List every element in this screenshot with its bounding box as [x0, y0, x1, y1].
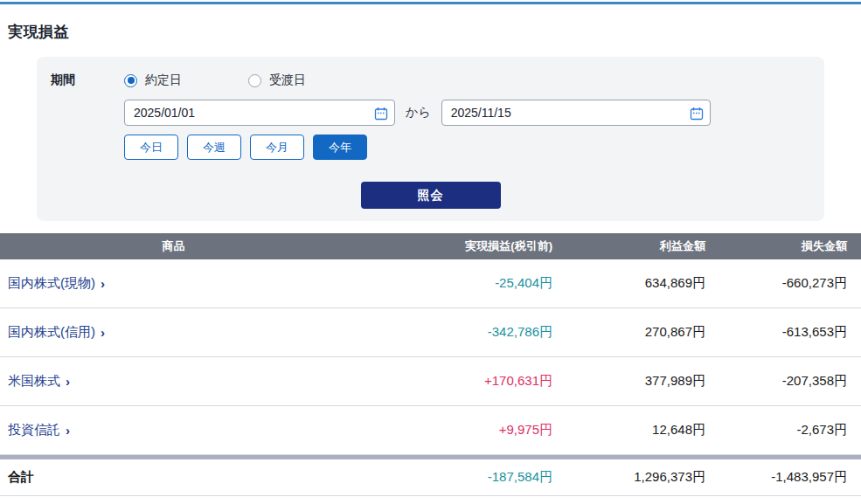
chevron-right-icon: ›: [101, 325, 105, 340]
realized-pl-value: -25,404円: [339, 275, 559, 292]
total-label: 合計: [0, 469, 339, 486]
profit-value: 12,648円: [559, 422, 712, 438]
top-accent-line: [0, 2, 861, 4]
total-profit-value: 1,296,373円: [559, 469, 712, 486]
query-button[interactable]: 照会: [361, 182, 501, 209]
page-title: 実現損益: [8, 22, 861, 42]
realized-pl-value: +9,975円: [339, 422, 559, 438]
period-row: 期間 約定日 受渡日: [51, 72, 810, 88]
realized-pl-value: +170,631円: [339, 373, 559, 390]
header-realized-pl: 実現損益(税引前): [339, 238, 559, 254]
product-link[interactable]: 国内株式(信用)›: [8, 324, 105, 341]
total-realized-pl-value: -187,584円: [339, 469, 559, 486]
table-row: 国内株式(信用)› -342,786円 270,867円 -613,653円: [0, 308, 861, 357]
radio-settlement-date-label: 受渡日: [269, 72, 306, 88]
table-total-row: 合計 -187,584円 1,296,373円 -1,483,957円: [0, 455, 861, 496]
loss-value: -2,673円: [712, 422, 854, 438]
total-loss-value: -1,483,957円: [712, 469, 854, 486]
realized-pl-value: -342,786円: [339, 324, 559, 341]
range-separator: から: [406, 105, 431, 121]
table-header: 商品 実現損益(税引前) 利益金額 損失金額: [0, 233, 861, 259]
product-link[interactable]: 国内株式(現物)›: [8, 275, 105, 292]
profit-value: 377,989円: [559, 373, 712, 390]
quick-week-button[interactable]: 今週: [187, 135, 241, 160]
loss-value: -207,358円: [712, 373, 854, 390]
period-label: 期間: [51, 72, 124, 88]
date-range-row: から: [51, 100, 810, 126]
header-product: 商品: [0, 238, 339, 254]
calendar-icon[interactable]: [690, 107, 704, 121]
quick-today-button[interactable]: 今日: [124, 135, 178, 160]
header-loss: 損失金額: [712, 238, 854, 254]
quick-year-button[interactable]: 今年: [313, 135, 367, 160]
date-from-input[interactable]: [125, 106, 394, 120]
radio-selected-icon: [124, 74, 137, 87]
radio-settlement-date[interactable]: 受渡日: [248, 72, 306, 88]
loss-value: -660,273円: [712, 275, 854, 292]
product-link[interactable]: 米国株式›: [8, 373, 70, 390]
radio-unselected-icon: [248, 74, 261, 87]
profit-value: 634,869円: [559, 275, 712, 292]
chevron-right-icon: ›: [66, 423, 70, 438]
date-to-field[interactable]: [441, 100, 711, 126]
table-row: 投資信託› +9,975円 12,648円 -2,673円: [0, 406, 861, 455]
quick-range-row: 今日 今週 今月 今年: [51, 135, 810, 160]
radio-trade-date[interactable]: 約定日: [124, 72, 182, 88]
filter-panel: 期間 約定日 受渡日 から: [37, 57, 824, 221]
profit-value: 270,867円: [559, 324, 712, 341]
calendar-icon[interactable]: [374, 107, 388, 121]
header-profit: 利益金額: [559, 238, 712, 254]
table-row: 国内株式(現物)› -25,404円 634,869円 -660,273円: [0, 259, 861, 308]
table-row: 米国株式› +170,631円 377,989円 -207,358円: [0, 357, 861, 406]
radio-trade-date-label: 約定日: [145, 72, 182, 88]
chevron-right-icon: ›: [66, 374, 70, 389]
quick-month-button[interactable]: 今月: [250, 135, 304, 160]
loss-value: -613,653円: [712, 324, 854, 341]
results-table: 商品 実現損益(税引前) 利益金額 損失金額 国内株式(現物)› -25,404…: [0, 233, 861, 496]
product-link[interactable]: 投資信託›: [8, 422, 70, 438]
date-to-input[interactable]: [442, 106, 710, 120]
date-from-field[interactable]: [124, 100, 395, 126]
chevron-right-icon: ›: [101, 276, 105, 291]
